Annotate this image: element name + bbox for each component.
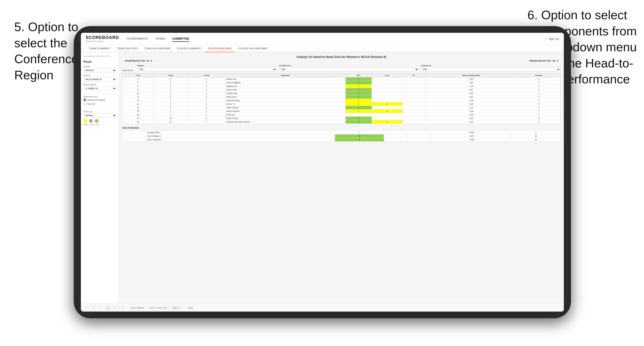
toolbar-cut[interactable]: ✂: [98, 306, 103, 310]
division-record: Division Record: 331 - 34 - 6: [530, 60, 558, 62]
conference-select[interactable]: (All): [279, 67, 418, 71]
overall-record: Overall Record: 353 - 34 - 6: [125, 60, 152, 62]
colour-by-label: Colour by: [83, 110, 116, 113]
filter-row: Opponents: Region (All) Conference (All): [122, 64, 560, 71]
table-row: 1125 Heejo Hyun 1 3.333: [122, 95, 560, 99]
sub-nav-team-h2h-grid[interactable]: TEAM H2H GRID: [114, 45, 141, 52]
sidebar-player-title: Player: [83, 60, 116, 63]
opponents-label: Opponents:: [122, 69, 134, 71]
nav-teams[interactable]: TEAMS: [155, 36, 165, 42]
sub-nav-player-summary[interactable]: PLAYER SUMMARY: [174, 45, 205, 52]
table-row: 19106 Emily Chang 4 0.3011: [122, 117, 560, 120]
toolbar-sep-1: [127, 306, 127, 310]
nav-committee[interactable]: COMMITTEE: [172, 36, 189, 42]
header-right: | Sign out: [546, 36, 559, 41]
th-conf: # Conf: [188, 74, 225, 77]
player-rank-label: Player (Rank): [83, 83, 116, 86]
records-row: Overall Record: 353 - 34 - 6 Division Re…: [122, 60, 560, 62]
legend-down: Down: [83, 123, 88, 125]
sub-nav: TEAM SUMMARY TEAM H2H GRID TEAM H2H HEAT…: [81, 45, 564, 52]
sub-nav-player-h2h-grid[interactable]: PLAYER H2H GRID: [205, 45, 235, 52]
filter-conference-col: Conference (All): [279, 64, 418, 71]
tablet-shell: SCOREBOARD Powered by clippd TOURNAMENTS…: [74, 26, 571, 318]
filter-opponent-col: Opponent (All): [421, 64, 560, 71]
colour-by-select[interactable]: Win/loss: [83, 113, 116, 118]
opponent-select[interactable]: (All): [421, 67, 560, 71]
circle-up: [95, 119, 98, 123]
radio-top100[interactable]: Top 100: [83, 102, 116, 105]
toolbar-watch[interactable]: Watch ▾: [170, 306, 182, 310]
legend-up: Up: [96, 123, 99, 125]
app-header: SCOREBOARD Powered by clippd TOURNAMENTS…: [81, 33, 564, 45]
table-row: 633 Sydney Kuo 1 -1.003: [122, 85, 560, 88]
th-tie: Tie: [402, 74, 425, 77]
legend-labels: Down Level Up: [83, 123, 116, 125]
sub-nav-team-summary[interactable]: TEAM SUMMARY: [86, 45, 114, 52]
filter-conference-label: Conference: [279, 64, 418, 67]
th-rounds: Rounds: [518, 74, 560, 77]
th-win: Win: [346, 74, 372, 77]
out-of-division-table: Foreign Team 1 4.5002 NAIA Division 1 15…: [122, 131, 560, 142]
filter-opponent-label: Opponent: [421, 64, 560, 67]
toolbar-undo[interactable]: ↩: [84, 306, 89, 310]
th-div: # Div: [122, 74, 154, 77]
player-rank-select[interactable]: 8. Katelyn Vo: [83, 86, 116, 90]
filter-region-label: Region: [137, 64, 277, 67]
division-label: Division: [83, 74, 116, 77]
nav-items: TOURNAMENTS TEAMS COMMITTEE: [126, 36, 546, 42]
toolbar-save-custom[interactable]: Save Custom View: [147, 306, 169, 310]
sub-nav-team-h2h-heatmap[interactable]: TEAM H2H HEATMAP: [141, 45, 174, 52]
toolbar-grid[interactable]: ⊞: [105, 306, 110, 310]
table-row: 20117 Federica Domecq Lacroze 21 1.336: [122, 120, 560, 124]
table-row: NAIA Division 1 15 9.26730: [122, 134, 560, 138]
toolbar-view-original[interactable]: View: Original: [129, 306, 145, 310]
sign-out-link[interactable]: Sign out: [548, 36, 559, 41]
circle-level: [89, 119, 93, 123]
toolbar-share[interactable]: Share: [186, 306, 195, 310]
logo-area: SCOREBOARD Powered by clippd: [86, 35, 119, 42]
toolbar-timer[interactable]: ⏱: [120, 306, 125, 310]
out-of-division-title: Out of division: [122, 127, 560, 129]
table-row: 1063 Andrea York 2 4.004: [122, 92, 560, 95]
legend-level: Level: [90, 123, 94, 125]
nav-tournaments[interactable]: TOURNAMENTS: [126, 36, 148, 42]
table-row: 1822 Euna Lee -5.002: [122, 113, 560, 117]
table-row: 1474 Eunice Yi 22 0.389: [122, 102, 560, 106]
opponent-view-label: Opponent view: [83, 95, 116, 98]
gender-select[interactable]: Women's: [83, 68, 116, 72]
sidebar-divider-2: [83, 108, 116, 108]
gender-label: Gender: [83, 65, 116, 68]
th-opponent: Opponent: [225, 74, 346, 77]
table-row: 1311 Jessica Huang 1 -3.002: [122, 99, 560, 102]
radio-opponents-played[interactable]: Opponents Played: [83, 98, 116, 101]
region-select[interactable]: (All): [137, 67, 277, 71]
th-diff: Diff Av Strokes/Rnd: [425, 74, 518, 77]
content-area: Last Updated: 27/03/2024 16:34 Player Ge…: [81, 52, 564, 306]
table-row: 331 Esther Lee 1 1.504: [122, 77, 560, 81]
logo-text: SCOREBOARD: [86, 35, 119, 40]
table-row: 1585 Stella Cheng 1 1.254: [122, 106, 560, 110]
toolbar-sep-2: [184, 306, 184, 310]
table-row: NCAA Division 2 5 7.40010: [122, 138, 560, 142]
grid-title: Katelyn Vo Head-to-Head Grid for Women's…: [122, 55, 560, 59]
th-reg: # Reg: [154, 74, 188, 77]
toolbar-redo[interactable]: ↪: [91, 306, 96, 310]
header-pipe: |: [546, 37, 546, 40]
division-select[interactable]: NCAA Division III: [83, 77, 116, 81]
th-loss: Loss: [372, 74, 402, 77]
toolbar-refresh[interactable]: ↶: [112, 306, 118, 310]
grid-area: Katelyn Vo Head-to-Head Grid for Women's…: [119, 52, 564, 306]
table-row: 1636 Jessica Mason 12 -0.947: [122, 110, 560, 113]
sidebar-divider-1: [83, 93, 116, 93]
logo-sub: Powered by clippd: [86, 40, 119, 42]
color-circles: [83, 119, 116, 123]
opponent-view-radio-group: Opponents Played Top 100: [83, 98, 116, 105]
bottom-toolbar: ↩ ↪ ✂ ⊞ ↶ ⏱ View: Original Save Custom V…: [81, 304, 564, 312]
filter-region-col: Region (All): [137, 64, 277, 71]
sub-nav-player-h2h-heatmap[interactable]: PLAYER H2H HEATMAP: [235, 45, 271, 52]
tablet-screen: SCOREBOARD Powered by clippd TOURNAMENTS…: [81, 33, 564, 312]
table-row: 914 Sharon Mun 1 3.673: [122, 88, 560, 92]
table-row: 522 Alexis Sudjianto 1 4.003: [122, 81, 560, 85]
sidebar: Last Updated: 27/03/2024 16:34 Player Ge…: [81, 52, 119, 306]
main-table: # Div # Reg # Conf Opponent Win Loss Tie…: [122, 73, 560, 124]
